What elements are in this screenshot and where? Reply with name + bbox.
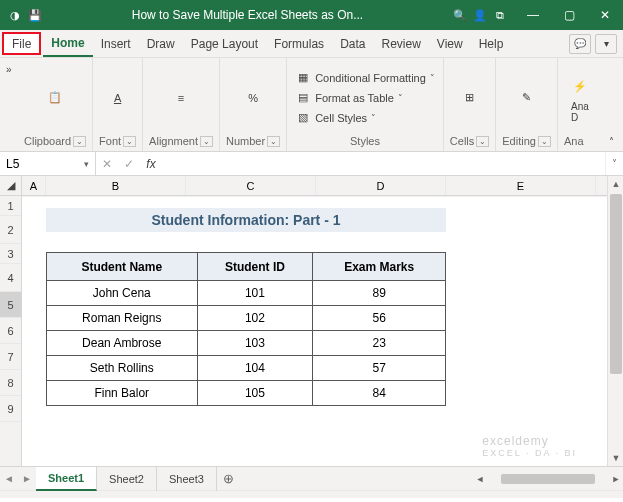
chevron-down-icon: ▾ <box>84 159 89 169</box>
group-font-label: Font <box>99 135 121 147</box>
vertical-scrollbar[interactable]: ▲ ▼ <box>607 176 623 466</box>
scroll-thumb[interactable] <box>501 474 595 484</box>
user-icon[interactable]: 👤 <box>473 8 487 22</box>
comments-button[interactable]: 💬 <box>569 34 591 54</box>
new-sheet-button[interactable]: ⊕ <box>217 471 241 486</box>
ribbon-overflow-left[interactable]: » <box>6 58 18 151</box>
editing-button[interactable]: ✎ <box>511 84 543 112</box>
tab-insert[interactable]: Insert <box>93 30 139 57</box>
minimize-button[interactable]: — <box>515 0 551 30</box>
tab-home[interactable]: Home <box>43 30 92 57</box>
table-header: Student ID <box>197 253 313 281</box>
sheet-nav-next[interactable]: ► <box>18 473 36 484</box>
group-alignment: ≡ Alignment⌄ <box>143 58 220 151</box>
tab-view[interactable]: View <box>429 30 471 57</box>
paste-button[interactable]: 📋 <box>39 84 71 112</box>
alignment-launcher[interactable]: ⌄ <box>200 136 213 147</box>
tab-review[interactable]: Review <box>373 30 428 57</box>
name-box[interactable]: L5▾ <box>0 152 96 175</box>
group-font: A Font⌄ <box>93 58 143 151</box>
select-all-cell[interactable]: ◢ <box>0 176 21 196</box>
close-button[interactable]: ✕ <box>587 0 623 30</box>
group-number: % Number⌄ <box>220 58 287 151</box>
formula-bar: L5▾ ✕ ✓ fx ˅ <box>0 152 623 176</box>
editing-launcher[interactable]: ⌄ <box>538 136 551 147</box>
alignment-button[interactable]: ≡ <box>165 84 197 112</box>
row-header[interactable]: 5 <box>0 292 21 318</box>
format-as-table-button[interactable]: ▤Format as Table ˅ <box>293 89 405 107</box>
fx-button[interactable]: fx <box>140 157 162 171</box>
ribbon-tabs: File Home Insert Draw Page Layout Formul… <box>0 30 623 58</box>
table-row: John Cena10189 <box>47 281 446 306</box>
cells-button[interactable]: ⊞ <box>454 84 486 112</box>
autosave-icon[interactable]: ◑ <box>8 8 22 22</box>
group-alignment-label: Alignment <box>149 135 198 147</box>
group-cells-label: Cells <box>450 135 474 147</box>
col-header[interactable]: D <box>316 176 446 195</box>
row-header[interactable]: 9 <box>0 396 21 422</box>
table-header: Student Name <box>47 253 198 281</box>
cond-fmt-icon: ▦ <box>295 70 311 86</box>
scroll-thumb[interactable] <box>610 194 622 374</box>
mode-icon[interactable]: ⧉ <box>493 8 507 22</box>
sheet-cells[interactable]: Student Information: Part - 1 Student Na… <box>22 196 607 466</box>
ribbon-collapse[interactable]: ˄ <box>602 58 622 151</box>
col-header[interactable]: A <box>22 176 46 195</box>
number-button[interactable]: % <box>237 84 269 112</box>
save-icon[interactable]: 💾 <box>28 8 42 22</box>
row-header[interactable]: 4 <box>0 264 21 292</box>
analyze-button[interactable]: ⚡AnaD <box>564 73 596 125</box>
scroll-up-icon[interactable]: ▲ <box>608 176 623 192</box>
scroll-left-icon[interactable]: ◄ <box>473 474 487 484</box>
scroll-right-icon[interactable]: ► <box>609 474 623 484</box>
sheet-tab[interactable]: Sheet2 <box>97 467 157 491</box>
table-row: Roman Reigns10256 <box>47 306 446 331</box>
row-header[interactable]: 1 <box>0 196 21 216</box>
horizontal-scrollbar[interactable]: ◄ ► <box>473 472 623 486</box>
tab-draw[interactable]: Draw <box>139 30 183 57</box>
row-header[interactable]: 3 <box>0 244 21 264</box>
cell-styles-button[interactable]: ▧Cell Styles ˅ <box>293 109 378 127</box>
cell-styles-icon: ▧ <box>295 110 311 126</box>
col-header[interactable]: B <box>46 176 186 195</box>
row-header[interactable]: 8 <box>0 370 21 396</box>
group-styles: ▦Conditional Formatting ˅ ▤Format as Tab… <box>287 58 444 151</box>
data-table: Student Name Student ID Exam Marks John … <box>46 252 446 406</box>
clipboard-launcher[interactable]: ⌄ <box>73 136 86 147</box>
font-launcher[interactable]: ⌄ <box>123 136 136 147</box>
tab-help[interactable]: Help <box>471 30 512 57</box>
cancel-formula-button[interactable]: ✕ <box>96 157 118 171</box>
font-button[interactable]: A <box>102 84 134 112</box>
group-editing: ✎ Editing⌄ <box>496 58 558 151</box>
row-header[interactable]: 7 <box>0 344 21 370</box>
group-styles-label: Styles <box>350 135 380 147</box>
sheet-tab[interactable]: Sheet3 <box>157 467 217 491</box>
tab-page-layout[interactable]: Page Layout <box>183 30 266 57</box>
tab-formulas[interactable]: Formulas <box>266 30 332 57</box>
col-header[interactable]: C <box>186 176 316 195</box>
maximize-button[interactable]: ▢ <box>551 0 587 30</box>
enter-formula-button[interactable]: ✓ <box>118 157 140 171</box>
search-icon[interactable]: 🔍 <box>453 8 467 22</box>
sheet-nav-prev[interactable]: ◄ <box>0 473 18 484</box>
fmt-table-icon: ▤ <box>295 90 311 106</box>
col-header[interactable]: E <box>446 176 596 195</box>
tab-data[interactable]: Data <box>332 30 373 57</box>
tab-file[interactable]: File <box>2 32 41 55</box>
group-clipboard-label: Clipboard <box>24 135 71 147</box>
row-header[interactable]: 2 <box>0 216 21 244</box>
table-row: Seth Rollins10457 <box>47 356 446 381</box>
formula-input[interactable] <box>162 152 605 175</box>
share-button[interactable]: ▾ <box>595 34 617 54</box>
scroll-down-icon[interactable]: ▼ <box>608 450 623 466</box>
group-number-label: Number <box>226 135 265 147</box>
cells-launcher[interactable]: ⌄ <box>476 136 489 147</box>
table-row: Dean Ambrose10323 <box>47 331 446 356</box>
sheet-tab[interactable]: Sheet1 <box>36 467 97 491</box>
row-header[interactable]: 6 <box>0 318 21 344</box>
conditional-formatting-button[interactable]: ▦Conditional Formatting ˅ <box>293 69 437 87</box>
number-launcher[interactable]: ⌄ <box>267 136 280 147</box>
formula-expand[interactable]: ˅ <box>605 152 623 175</box>
content-title: Student Information: Part - 1 <box>46 208 446 232</box>
group-editing-label: Editing <box>502 135 536 147</box>
